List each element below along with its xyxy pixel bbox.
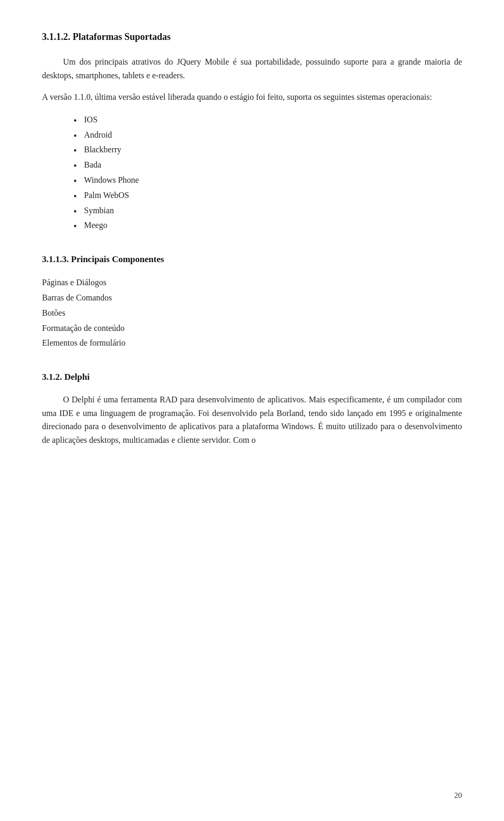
list-item: Windows Phone	[74, 173, 462, 188]
list-item: Bada	[74, 158, 462, 173]
list-item: Páginas e Diálogos	[42, 275, 462, 290]
list-item: Symbian	[74, 203, 462, 219]
section-3-1-1-3-heading: 3.1.1.3. Principais Componentes	[42, 254, 462, 265]
list-item: Meego	[74, 218, 462, 233]
list-item: Blackberry	[74, 142, 462, 158]
section-3-1-1-2-para-1: Um dos principais atrativos do JQuery Mo…	[42, 55, 462, 82]
section-3-1-1-2-heading: 3.1.1.2. Plataformas Suportadas	[42, 32, 462, 43]
section-3-1-2-heading: 3.1.2. Delphi	[42, 372, 462, 382]
section-3-1-1-2-para-2: A versão 1.1.0, última versão estável li…	[42, 90, 462, 104]
page-content: 3.1.1.2. Plataformas Suportadas Um dos p…	[0, 0, 504, 821]
list-item: IOS	[74, 112, 462, 128]
delphi-para-1: O Delphi é uma ferramenta RAD para desen…	[42, 393, 462, 446]
list-item: Palm WebOS	[74, 188, 462, 203]
components-list: Páginas e Diálogos Barras de Comandos Bo…	[42, 275, 462, 351]
list-item: Elementos de formulário	[42, 336, 462, 351]
page-number: 20	[454, 791, 462, 800]
platforms-list: IOS Android Blackberry Bada Windows Phon…	[74, 112, 462, 233]
section-3-1-1-3: 3.1.1.3. Principais Componentes Páginas …	[42, 254, 462, 351]
list-item: Botões	[42, 306, 462, 321]
section-3-1-2: 3.1.2. Delphi O Delphi é uma ferramenta …	[42, 372, 462, 446]
list-item: Barras de Comandos	[42, 290, 462, 306]
list-item: Android	[74, 128, 462, 143]
section-3-1-1-2: 3.1.1.2. Plataformas Suportadas Um dos p…	[42, 32, 462, 233]
list-item: Formatação de conteúdo	[42, 321, 462, 336]
